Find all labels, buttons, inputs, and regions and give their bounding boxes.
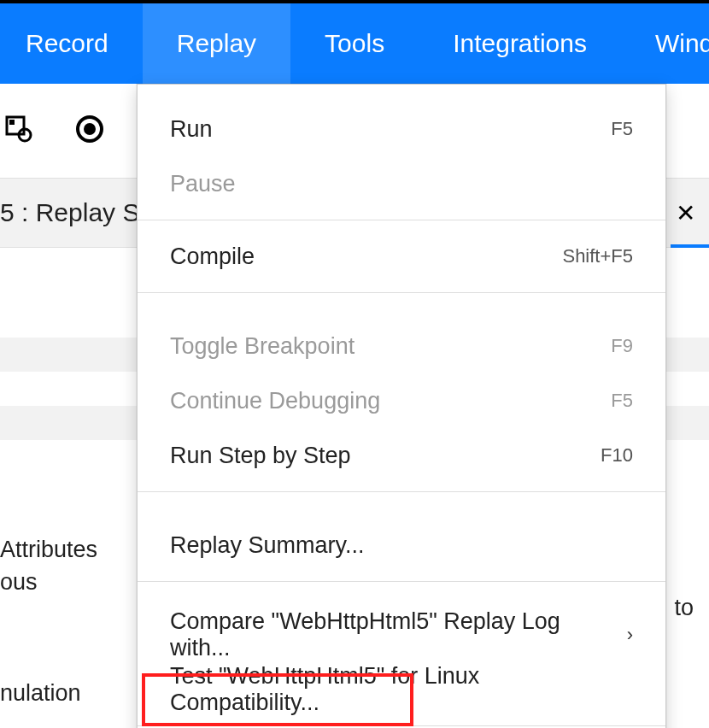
ous-fragment: ous xyxy=(0,569,38,596)
menu-window[interactable]: Window xyxy=(621,3,709,84)
menu-item-run-step-by-step-shortcut: F10 xyxy=(601,444,633,467)
tab-close-button[interactable]: ✕ xyxy=(676,199,695,227)
menu-item-run-label: Run xyxy=(170,116,213,143)
tab-label-left: 5 : Replay Su xyxy=(0,198,154,227)
menu-item-replay-summary-label: Replay Summary... xyxy=(170,532,365,559)
menu-item-continue-debugging: Continue Debugging F5 xyxy=(138,373,665,428)
menu-item-pause-label: Pause xyxy=(170,171,236,197)
menu-item-replay-summary[interactable]: Replay Summary... xyxy=(138,518,665,572)
svg-rect-1 xyxy=(9,120,15,125)
menu-item-continue-debugging-shortcut: F5 xyxy=(611,390,633,412)
record-panel-icon[interactable] xyxy=(5,115,32,146)
record-circle-icon[interactable] xyxy=(75,114,104,147)
menu-separator xyxy=(138,292,665,293)
menu-tools-label: Tools xyxy=(325,29,384,58)
menu-item-toggle-breakpoint-shortcut: F9 xyxy=(611,335,633,357)
menu-item-compare-replay-log[interactable]: Compare "WebHttpHtml5" Replay Log with..… xyxy=(138,608,665,662)
menu-integrations-label: Integrations xyxy=(453,29,587,58)
menu-separator xyxy=(138,220,665,220)
menu-item-test-linux-compat[interactable]: Test "WebHttpHtml5" for Linux Compatibil… xyxy=(138,662,665,717)
menu-item-run[interactable]: Run F5 xyxy=(138,102,665,156)
menu-replay-label: Replay xyxy=(177,29,256,58)
to-fragment: to xyxy=(674,595,694,621)
menu-item-run-shortcut: F5 xyxy=(611,118,633,140)
menu-record[interactable]: Record xyxy=(0,3,143,84)
menu-item-run-step-by-step-label: Run Step by Step xyxy=(170,443,351,469)
menu-window-label: Window xyxy=(655,29,709,58)
nulation-fragment: nulation xyxy=(0,680,81,707)
menu-separator xyxy=(138,725,665,726)
menu-tools[interactable]: Tools xyxy=(290,3,419,84)
menu-item-compile-shortcut: Shift+F5 xyxy=(562,245,633,267)
svg-point-4 xyxy=(84,123,96,135)
menu-integrations[interactable]: Integrations xyxy=(419,3,621,84)
replay-dropdown: Run F5 Pause Compile Shift+F5 Toggle Bre… xyxy=(137,84,666,728)
menu-separator xyxy=(138,581,665,582)
menu-item-test-linux-compat-label: Test "WebHttpHtml5" for Linux Compatibil… xyxy=(170,663,633,716)
menu-item-run-step-by-step[interactable]: Run Step by Step F10 xyxy=(138,428,665,483)
menu-item-continue-debugging-label: Continue Debugging xyxy=(170,388,380,414)
chevron-right-icon: › xyxy=(627,624,633,646)
menu-item-toggle-breakpoint-label: Toggle Breakpoint xyxy=(170,333,354,360)
menu-replay[interactable]: Replay xyxy=(143,3,290,84)
menu-item-toggle-breakpoint: Toggle Breakpoint F9 xyxy=(138,319,665,373)
menu-item-compile[interactable]: Compile Shift+F5 xyxy=(138,229,665,284)
main-menubar: Record Replay Tools Integrations Window xyxy=(0,3,709,84)
menu-separator xyxy=(138,491,665,492)
menu-item-compile-label: Compile xyxy=(170,244,255,270)
menu-item-compare-replay-log-label: Compare "WebHttpHtml5" Replay Log with..… xyxy=(170,608,627,661)
attributes-label: Attributes xyxy=(0,537,97,563)
menu-record-label: Record xyxy=(26,29,108,58)
menu-item-pause: Pause xyxy=(138,156,665,211)
